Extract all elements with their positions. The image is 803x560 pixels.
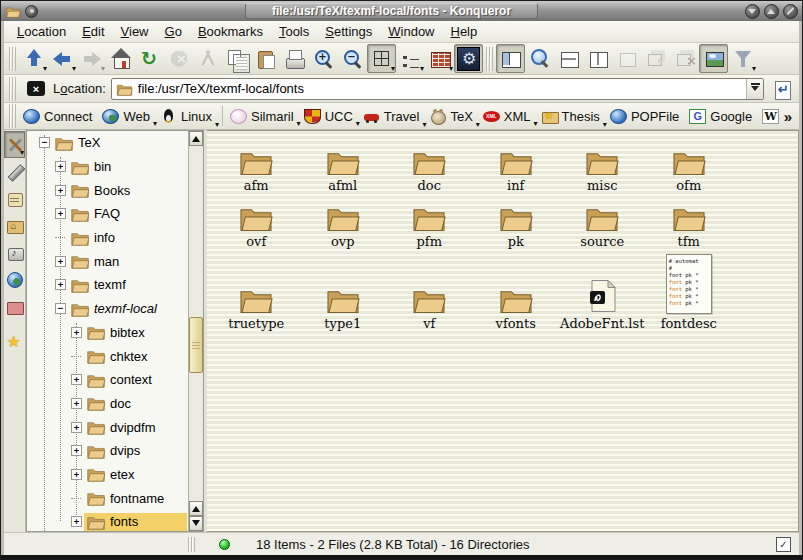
bookmark-silmaril[interactable]: Silmaril▾ [226,107,300,126]
sidebar-tab-star[interactable] [4,327,25,354]
gear-button[interactable] [454,44,483,73]
tree-item-texmf-local[interactable]: −texmf-local [27,297,188,321]
tree-expander-plus[interactable]: + [55,185,66,196]
bricks-view-button[interactable]: ▾ [425,44,454,73]
tree-item-fontname[interactable]: fontname [27,486,188,510]
bookmark-popfile[interactable]: POPFile [606,107,685,126]
tree-label-wrap[interactable]: texmf [68,276,187,294]
tree-expander-plus[interactable]: + [55,279,66,290]
tree-item-chktex[interactable]: chktex [27,344,188,368]
tree-item-dvips[interactable]: +dvips [27,439,188,463]
tree-label-wrap[interactable]: context [84,371,187,389]
reload-button[interactable] [135,44,164,73]
locationbar-handle[interactable] [9,77,16,101]
file-item-truetype[interactable]: truetype [213,249,300,331]
bookmark-wikipedia[interactable]: WWikipedia [758,107,780,126]
menu-item-window[interactable]: Window [380,22,442,41]
file-item-source[interactable]: source [559,193,646,249]
tree-label-wrap[interactable]: dvips [84,442,187,460]
tree-item-books[interactable]: +Books [27,178,188,202]
tree-label-wrap[interactable]: info [68,229,187,247]
tree-label-wrap[interactable]: bin [68,158,187,176]
go-button[interactable] [769,77,795,101]
bookmark-linux[interactable]: Linux▾ [156,106,218,127]
tree-item-bibtex[interactable]: +bibtex [27,321,188,345]
tree-label-wrap[interactable]: chktex [84,347,187,365]
tree-item-fonts[interactable]: +fonts [27,510,188,532]
scrollbar-thumb[interactable] [189,317,203,373]
tree-item-tex[interactable]: −TeX [27,131,188,155]
file-item-pfm[interactable]: pfm [386,193,473,249]
tree-expander-plus[interactable]: + [55,256,66,267]
file-item-vfonts[interactable]: vfonts [473,249,560,331]
bookmarksbar-handle[interactable] [9,104,16,128]
close-button[interactable] [783,4,798,19]
menu-item-go[interactable]: Go [157,22,190,41]
bookmark-travel[interactable]: Travel▾ [359,106,426,127]
file-view[interactable]: afmafmldocinfmiscofmovfovppfmpksourcetfm… [207,130,799,532]
tree-label-wrap[interactable]: bibtex [84,323,187,341]
file-item-type1[interactable]: type1 [300,249,387,331]
tree-expander-plus[interactable]: + [71,445,82,456]
tree-label-wrap[interactable]: texmf-local [68,300,187,318]
file-item-misc[interactable]: misc [559,137,646,193]
statusbar-handle[interactable] [188,537,195,552]
bookmark-connect[interactable]: Connect [19,107,98,126]
menu-item-edit[interactable]: Edit [74,22,112,41]
tree-expander-plus[interactable]: + [71,374,82,385]
tree-expander-minus[interactable]: − [55,303,66,314]
tree-expander-plus[interactable]: + [71,516,82,527]
sidebar-tab-tools[interactable]: ▾ [4,131,25,158]
tree-label-wrap[interactable]: fonts [84,513,187,531]
file-item-ovp[interactable]: ovp [300,193,387,249]
home-button[interactable] [106,44,135,73]
menu-item-settings[interactable]: Settings [317,22,380,41]
file-item-adobefnt.lst[interactable]: AdobeFnt.lst [559,249,646,331]
file-item-ovf[interactable]: ovf [213,193,300,249]
tree-expander-plus[interactable]: + [71,398,82,409]
scroll-up-button-2[interactable] [189,501,203,516]
icon-view-button[interactable]: ▾ [367,44,396,73]
tree-label-wrap[interactable]: TeX [52,134,187,152]
menu-item-location[interactable]: Location [9,22,74,41]
bookmark-xml[interactable]: XMLXML▾ [479,107,537,126]
tree-label-wrap[interactable]: FAQ [68,205,187,223]
sidebar-tab-history[interactable] [4,185,25,212]
file-item-vf[interactable]: vf [386,249,473,331]
file-item-tfm[interactable]: tfm [646,193,733,249]
tree-item-context[interactable]: +context [27,368,188,392]
list-view-button[interactable]: ▾ [396,44,425,73]
tree-expander-plus[interactable]: + [71,422,82,433]
menu-item-tools[interactable]: Tools [271,22,317,41]
tree-item-doc[interactable]: +doc [27,392,188,416]
sidebar-tab-pen[interactable] [4,158,25,185]
sticky-button[interactable] [25,5,38,18]
tree-item-man[interactable]: +man [27,249,188,273]
bookmarks-overflow-button[interactable]: » [781,108,795,125]
tree-label-wrap[interactable]: fontname [84,489,187,507]
tree-item-bin[interactable]: +bin [27,155,188,179]
bookmark-google[interactable]: GGoogle [685,107,758,126]
title-bar[interactable]: file:/usr/TeX/texmf-local/fonts - Konque… [1,1,802,21]
tree-item-dvipdfm[interactable]: +dvipdfm [27,415,188,439]
maximize-button[interactable] [764,4,779,19]
sidebar-tab-home-folder[interactable] [4,212,25,239]
sidebar-tab-root-folder[interactable] [4,293,25,320]
tree-expander-plus[interactable]: + [55,161,66,172]
tree-label-wrap[interactable]: etex [84,465,187,483]
tree-item-info[interactable]: info [27,226,188,250]
location-dropdown-button[interactable] [746,79,763,99]
location-value[interactable]: file:/usr/TeX/texmf-local/fonts [138,81,741,96]
bookmark-ucc[interactable]: UCC▾ [300,107,359,126]
tree-item-etex[interactable]: +etex [27,463,188,487]
toolbar-handle[interactable] [9,47,16,71]
sidebar-tab-services[interactable] [4,239,25,266]
bookmark-thesis[interactable]: Thesis▾ [537,106,606,127]
tree-expander-plus[interactable]: + [71,327,82,338]
tree-label-wrap[interactable]: dvipdfm [84,418,187,436]
tree-item-faq[interactable]: +FAQ [27,202,188,226]
page-state-icon[interactable]: ✓ [776,537,791,552]
file-item-afm[interactable]: afm [213,137,300,193]
tree-expander-plus[interactable]: + [71,469,82,480]
menu-item-bookmarks[interactable]: Bookmarks [190,22,271,41]
